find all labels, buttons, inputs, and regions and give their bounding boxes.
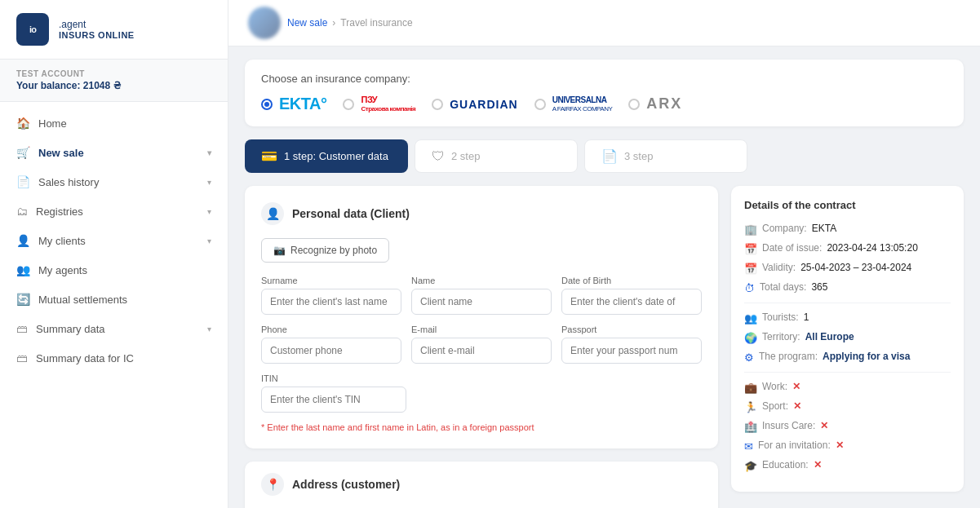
passport-input[interactable] <box>561 338 702 364</box>
sidebar-nav: 🏠 Home 🛒 New sale ▾ 📄 Sales history ▾ <box>0 102 228 508</box>
step-3[interactable]: 📄 3 step <box>584 139 747 173</box>
territory-val: All Europe <box>805 331 854 342</box>
brand-header: io .agent INSURS ONLINE <box>0 0 228 60</box>
sidebar-item-summary-data[interactable]: 🗃 Summary data ▾ <box>0 314 228 343</box>
sidebar-label-registries: Registries <box>36 205 83 218</box>
sidebar-label-home: Home <box>38 117 67 130</box>
surname-input[interactable] <box>261 289 401 315</box>
email-input[interactable] <box>411 338 552 364</box>
detail-company: 🏢 Company: EKTA <box>744 223 951 236</box>
avatar <box>248 7 281 39</box>
work-key: Work: <box>762 381 787 392</box>
insurance-option-universalna[interactable]: UNIVERSALNA A FAIRFAX COMPANY <box>534 95 613 113</box>
sidebar-item-summary-data-ic[interactable]: 🗃 Summary data for IC <box>0 343 228 373</box>
surname-field: Surname <box>261 276 401 315</box>
refresh-icon: 🔄 <box>16 293 30 306</box>
sidebar-item-my-clients[interactable]: 👤 My clients ▾ <box>0 226 228 255</box>
form-row-3: ITIN <box>261 373 702 413</box>
program-icon: ⚙ <box>744 351 754 364</box>
sidebar-item-my-agents[interactable]: 👥 My agents <box>0 255 228 285</box>
sidebar-item-new-sale[interactable]: 🛒 New sale ▾ <box>0 138 228 167</box>
brand-text: .agent INSURS ONLINE <box>59 19 135 40</box>
itin-label: ITIN <box>261 373 406 383</box>
validity-key: Validity: <box>762 262 796 273</box>
sidebar-label-sales-history: Sales history <box>38 176 99 188</box>
insurance-option-arx[interactable]: ARX <box>628 95 682 113</box>
archive-icon-2: 🗃 <box>16 351 28 364</box>
sidebar-item-home[interactable]: 🏠 Home <box>0 108 228 138</box>
ekta-logo: EKTA° <box>279 95 326 113</box>
date-val: 2023-04-24 13:05:20 <box>827 242 917 254</box>
tourists-icon: 👥 <box>744 312 757 325</box>
detail-education: 🎓 Education: ✕ <box>744 459 951 472</box>
name-input[interactable] <box>411 289 552 315</box>
agent-label: .agent <box>59 19 135 30</box>
app-container: io .agent INSURS ONLINE TEST ACCOUNT You… <box>0 0 980 508</box>
detail-program: ⚙ The program: Applying for a visa <box>744 351 951 364</box>
insurance-selector-label: Choose an insurance company: <box>261 73 947 85</box>
step-1[interactable]: 💳 1 step: Customer data <box>245 139 408 173</box>
sidebar-item-sales-history[interactable]: 📄 Sales history ▾ <box>0 167 228 197</box>
address-title: 📍 Address (customer) <box>261 473 702 496</box>
dob-field: Date of Birth <box>561 276 702 315</box>
sidebar-label-new-sale: New sale <box>38 147 84 159</box>
validity-calendar-icon: 📅 <box>744 263 757 275</box>
guardian-logo: GUARDIAN <box>450 98 517 111</box>
email-field: E-mail <box>411 325 552 364</box>
care-key: Insurs Care: <box>762 420 815 431</box>
sport-icon: 🏃 <box>744 401 757 413</box>
form-row-2: Phone E-mail Passport <box>261 325 702 364</box>
pzu-logo: ПЗУ Страхова компанія <box>361 95 415 113</box>
program-val: Applying for a visa <box>823 351 910 362</box>
radio-universalna[interactable] <box>534 99 546 110</box>
phone-label: Phone <box>261 325 401 334</box>
chevron-icon-2: ▾ <box>207 178 211 187</box>
universalna-logo: UNIVERSALNA A FAIRFAX COMPANY <box>552 95 613 113</box>
education-val: ✕ <box>814 459 822 470</box>
work-icon: 💼 <box>744 382 757 394</box>
insurance-option-ekta[interactable]: EKTA° <box>261 95 326 113</box>
phone-field: Phone <box>261 325 401 364</box>
sidebar-item-registries[interactable]: 🗂 Registries ▾ <box>0 197 228 226</box>
detail-work: 💼 Work: ✕ <box>744 381 951 394</box>
step-2[interactable]: 🛡 2 step <box>415 139 578 173</box>
radio-pzu[interactable] <box>343 99 354 110</box>
itin-input[interactable] <box>261 387 406 413</box>
chevron-icon-3: ▾ <box>207 207 211 216</box>
insurance-option-pzu[interactable]: ПЗУ Страхова компанія <box>343 95 415 113</box>
care-val: ✕ <box>820 420 828 431</box>
content-area: Choose an insurance company: EKTA° ПЗУ С… <box>228 46 980 508</box>
details-card: Details of the contract 🏢 Company: EKTA … <box>731 186 964 492</box>
territory-key: Territory: <box>762 331 800 342</box>
brand-logo: io <box>16 13 49 46</box>
radio-guardian[interactable] <box>432 99 443 110</box>
insurance-selector: Choose an insurance company: EKTA° ПЗУ С… <box>245 60 964 126</box>
step2-icon: 🛡 <box>432 149 445 164</box>
file-icon: 📄 <box>16 175 30 188</box>
dob-input[interactable] <box>561 289 702 315</box>
sidebar-item-mutual-settlements[interactable]: 🔄 Mutual settlements <box>0 285 228 314</box>
camera-icon: 📷 <box>273 245 286 256</box>
calendar-icon: 📅 <box>744 243 757 255</box>
sport-val: ✕ <box>793 400 801 412</box>
account-section: TEST ACCOUNT Your balance: 21048 ₴ <box>0 60 228 102</box>
globe-icon: 🌍 <box>744 332 757 344</box>
phone-input[interactable] <box>261 338 401 364</box>
date-key: Date of issue: <box>762 242 822 254</box>
steps-bar: 💳 1 step: Customer data 🛡 2 step 📄 3 ste… <box>245 139 964 173</box>
insurance-option-guardian[interactable]: GUARDIAN <box>432 98 517 111</box>
days-icon: ⏱ <box>744 282 755 294</box>
company-name: INSURS ONLINE <box>59 30 135 40</box>
passport-field: Passport <box>561 325 702 364</box>
folder-icon: 🗂 <box>16 205 28 218</box>
tourists-val: 1 <box>804 311 809 323</box>
recognize-photo-button[interactable]: 📷 Recognize by photo <box>261 238 389 263</box>
sidebar-label-summary-data-ic: Summary data for IC <box>36 352 134 364</box>
invitation-key: For an invitation: <box>758 440 831 451</box>
passport-label: Passport <box>561 325 702 334</box>
name-label: Name <box>411 276 552 285</box>
form-row-1: Surname Name Date of Birth <box>261 276 702 315</box>
radio-arx[interactable] <box>628 99 640 110</box>
detail-total-days: ⏱ Total days: 365 <box>744 281 951 294</box>
radio-ekta[interactable] <box>261 99 273 110</box>
